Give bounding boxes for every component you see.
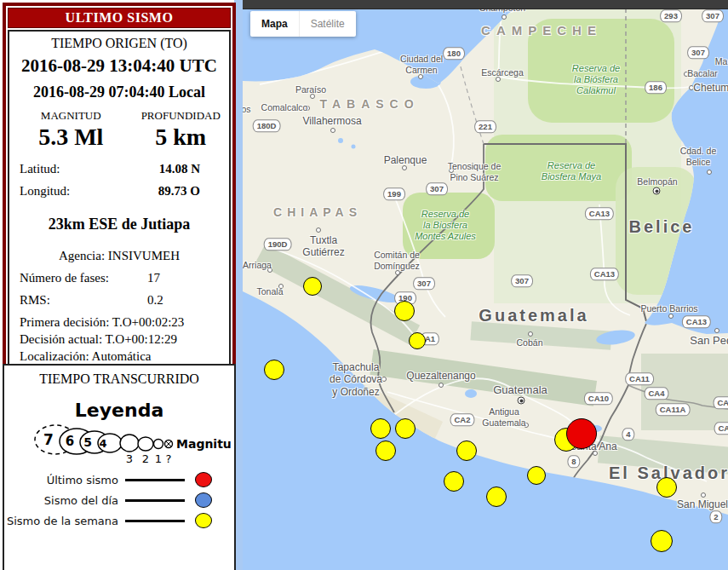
elapsed-time-panel: TIEMPO TRANSCURRIDO Leyenda 7654321?Magn… (3, 364, 236, 570)
road-shield: 180 (443, 47, 465, 60)
road-shield: CA11A (656, 403, 691, 416)
road-shield: 4 (622, 428, 634, 440)
quake-week-marker[interactable] (409, 332, 426, 349)
panel-header: ULTIMO SISMO (8, 8, 231, 28)
reserve-label: Reserva dela BiósferaCalakmul (572, 63, 620, 96)
quake-week-marker[interactable] (394, 301, 415, 321)
latitude-value: 14.08 N (159, 162, 219, 176)
quake-week-marker[interactable] (656, 477, 677, 498)
magnitude-circle-number: 7 (43, 431, 54, 448)
map-canvas[interactable]: TABASCOCAMPECHECHIAPASReserva dela Biósf… (243, 0, 728, 570)
longitude-row: Longitud: 89.73 O (9, 184, 229, 199)
city-label: Comitán deDomínguez (374, 250, 420, 271)
location-summary: 23km ESE de Jutiapa (9, 216, 229, 233)
city-label: Comalcalco (261, 102, 308, 113)
city-label: Guatemala (493, 383, 547, 397)
map-type-button-map[interactable]: Mapa (250, 11, 299, 37)
quake-week-marker[interactable] (395, 418, 416, 439)
depth-label: PROFUNDIDAD (132, 109, 229, 123)
quake-week-marker[interactable] (375, 440, 396, 461)
magnitude-circle-number: 5 (83, 435, 92, 449)
city-marker (668, 314, 674, 319)
reserve-label: Reserva deBiosfera Maya (542, 160, 601, 182)
quake-week-marker[interactable] (303, 277, 322, 296)
magnitude-label: MAGNITUD (9, 109, 132, 123)
quake-week-marker[interactable] (486, 487, 507, 507)
magnitude-depth-values: 5.3 Ml 5 km (9, 124, 229, 151)
road-shield: 2 (709, 510, 722, 523)
city-label: Cobán (517, 337, 543, 348)
quake-week-marker[interactable] (527, 466, 546, 485)
quake-week-marker[interactable] (444, 471, 464, 492)
road-shield: 307 (687, 46, 709, 59)
quake-week-marker[interactable] (651, 530, 673, 552)
road-shield: CA11 (625, 372, 654, 385)
city-label: Bacalar (687, 68, 718, 79)
city-label: Puerto Barrios (640, 303, 697, 314)
magnitude-scale-number: 1 (155, 452, 162, 465)
rms-row: RMS: 0.2 (9, 293, 229, 308)
map-label-layer: TABASCOCAMPECHECHIAPASReserva dela Biósf… (243, 0, 728, 570)
city-label: TuxtlaGutiérrez (302, 234, 344, 259)
map-type-button-satellite[interactable]: Satélite (299, 11, 356, 37)
region-label: TABASCO (319, 97, 419, 111)
quake-week-marker[interactable] (456, 440, 477, 461)
legend-entry: Sismo del día (4, 491, 234, 510)
magnitude-scale-graphic: 7654321?Magnitud (4, 424, 231, 469)
legend-line (125, 520, 185, 522)
road-shield: 293 (660, 9, 682, 22)
origin-time-title: TIEMPO ORIGEN (TO) (9, 36, 229, 51)
capital-marker (653, 187, 661, 195)
road-shield: 307 (702, 9, 724, 22)
phases-row: Número de fases: 17 (9, 271, 229, 285)
legend-line (125, 499, 185, 502)
rms-value: 0.2 (147, 293, 163, 308)
quake-week-marker[interactable] (370, 418, 391, 439)
current-decision-line: Decisión actual: T.O+00:12:29 (9, 332, 229, 347)
latitude-label: Latitud: (20, 162, 159, 176)
city-label: Ma (715, 56, 728, 67)
last-earthquake-panel: ULTIMO SISMO TIEMPO ORIGEN (TO) 2016-08-… (3, 3, 236, 377)
legend-color-swatch (195, 513, 212, 528)
reserve-label: Reserva dela BiosferaMontes Azules (415, 209, 476, 242)
road-shield: 307 (511, 274, 533, 287)
road-shield: 186 (645, 81, 667, 94)
elapsed-time-title: TIEMPO TRANSCURRIDO (4, 371, 234, 387)
country-label: Guatemala (479, 306, 588, 325)
road-shield: CA1 (714, 422, 728, 435)
city-label: Palenque (384, 154, 427, 166)
road-shield: CA4 (644, 387, 668, 400)
road-shield: CA2 (450, 413, 474, 426)
region-label: CAMPECHE (481, 23, 602, 37)
magnitude-scale-number: 2 (142, 452, 149, 465)
road-shield: 8 (567, 455, 580, 468)
city-label: Paraíso (295, 84, 326, 95)
road-shield: 190D (264, 238, 292, 250)
city-label: Tonalá (257, 286, 284, 297)
country-label: Belice (629, 217, 695, 237)
road-shield: 307 (426, 182, 448, 195)
city-label: Quezaltenango (406, 370, 475, 382)
city-marker (528, 331, 533, 337)
road-shield: CA10 (584, 392, 613, 405)
legend-color-swatch (195, 472, 212, 487)
city-label: San Miguel (677, 498, 728, 510)
rms-label: RMS: (20, 293, 147, 308)
quake-week-marker[interactable] (264, 360, 284, 380)
map-type-control: Mapa Satélite (250, 11, 356, 37)
quake-latest-marker[interactable] (566, 418, 597, 449)
city-label: San Pedro (690, 334, 728, 348)
origin-time-box: TIEMPO ORIGEN (TO) 2016-08-29 13:04:40 U… (8, 30, 231, 371)
origin-time-utc: 2016-08-29 13:04:40 UTC (9, 55, 229, 77)
magnitude-circle-1 (154, 440, 163, 449)
city-marker (714, 328, 719, 333)
magnitude-circle-3 (120, 435, 139, 452)
road-shield: 221 (474, 120, 496, 133)
city-marker (502, 14, 507, 20)
magnitude-depth-labels: MAGNITUD PROFUNDIDAD (9, 109, 229, 123)
road-shield: 199 (383, 187, 405, 200)
city-marker (701, 492, 706, 498)
city-label: Cdad. deBelice (680, 146, 717, 167)
legend-entry: Sismo de la semana (4, 511, 234, 530)
phases-label: Número de fases: (20, 271, 147, 285)
